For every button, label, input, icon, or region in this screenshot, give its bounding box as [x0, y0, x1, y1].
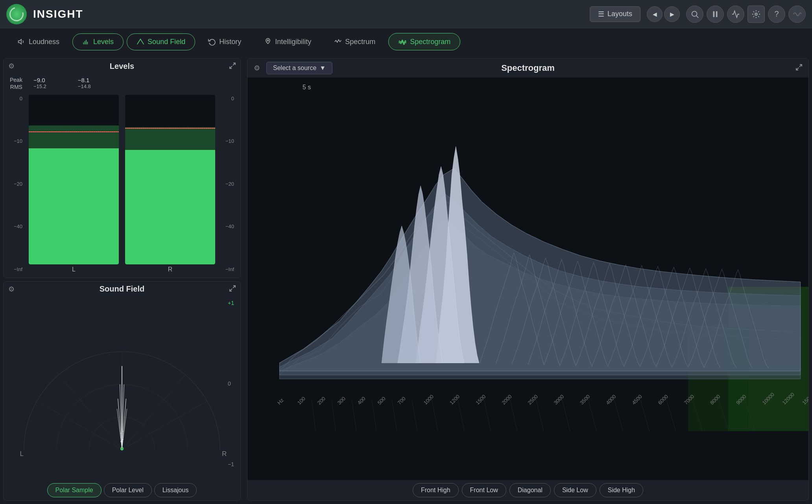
tab-intelligibility-label: Intelligibility — [275, 38, 311, 46]
svg-line-1 — [696, 16, 698, 18]
left-scale: 0 −10 −20 −40 −Inf — [10, 95, 22, 273]
channel-values: −9.0 −15.2 −8.1 −14.8 — [33, 77, 91, 90]
spectrogram-header-inner: ⚙ Select a source ▼ Spectrogram — [254, 62, 802, 74]
l-meter — [29, 95, 119, 264]
tab-intelligibility[interactable]: Intelligibility — [254, 33, 321, 50]
tab-soundfield-label: Sound Field — [148, 38, 185, 46]
spectrogram-svg: Hz 100 200 300 400 500 700 1000 1200 150… — [247, 78, 808, 480]
polar-level-button[interactable]: Polar Level — [104, 483, 152, 497]
spectrogram-settings-icon[interactable]: ⚙ — [254, 64, 260, 72]
rms-label: RMS — [10, 84, 22, 90]
right-scale: 0 −10 −20 −40 −Inf — [221, 95, 234, 273]
activity-button[interactable] — [727, 6, 744, 23]
peak-rms-section: Peak RMS −9.0 −15.2 −8.1 −14.8 — [10, 77, 234, 90]
nav-arrows: ◀ ▶ — [647, 6, 680, 22]
svg-text:L: L — [20, 450, 24, 457]
r-peak-value: −8.1 — [78, 77, 91, 83]
right-panel: ⚙ Select a source ▼ Spectrogram — [244, 55, 812, 504]
l-rms-line — [29, 148, 119, 149]
history-icon — [208, 38, 216, 46]
soundfield-expand-icon[interactable] — [229, 285, 236, 293]
time-label: 5 s — [303, 84, 311, 91]
l-channel-label: L — [72, 266, 76, 273]
polar-sample-button[interactable]: Polar Sample — [47, 483, 102, 497]
levels-title: Levels — [110, 62, 134, 71]
wave-icon — [793, 10, 801, 18]
r-green-fill — [125, 151, 215, 264]
layouts-button[interactable]: ☰ Layouts — [590, 6, 640, 22]
l-dark-fill — [29, 126, 119, 149]
soundfield-header: ⚙ Sound Field — [4, 282, 240, 297]
svg-line-18 — [57, 372, 122, 449]
side-low-button[interactable]: Side Low — [554, 483, 596, 497]
svg-point-28 — [120, 441, 122, 442]
l-rms-value: −15.2 — [33, 83, 46, 89]
svg-point-29 — [122, 439, 124, 440]
tab-levels[interactable]: Levels — [72, 33, 124, 50]
tab-history[interactable]: History — [198, 33, 251, 50]
tab-spectrum[interactable]: Spectrum — [324, 33, 385, 50]
search-icon — [690, 10, 699, 18]
r-channel-label: R — [168, 266, 173, 273]
l-green-fill — [29, 149, 119, 264]
diagonal-button[interactable]: Diagonal — [509, 483, 551, 497]
svg-marker-5 — [18, 39, 22, 44]
svg-point-30 — [120, 433, 121, 434]
help-icon: ? — [774, 9, 779, 18]
svg-rect-2 — [713, 11, 715, 17]
spectrogram-expand-icon[interactable] — [796, 64, 802, 72]
pause-button[interactable] — [707, 6, 724, 23]
svg-point-32 — [120, 447, 124, 450]
levels-panel: ⚙ Levels Peak RMS — [3, 58, 241, 278]
svg-line-17 — [122, 401, 208, 450]
source-select[interactable]: Select a source ▼ — [266, 62, 332, 74]
layouts-menu-icon: ☰ — [598, 10, 604, 18]
tab-soundfield[interactable]: Sound Field — [127, 33, 195, 50]
prev-arrow[interactable]: ◀ — [647, 6, 663, 22]
side-high-button[interactable]: Side High — [600, 483, 643, 497]
r-values: −8.1 −14.8 — [78, 77, 91, 90]
r-rms-value: −14.8 — [78, 83, 91, 89]
logo-icon — [7, 4, 26, 24]
spectrogram-icon — [398, 37, 407, 46]
r-meter — [125, 95, 215, 264]
svg-text:R: R — [222, 450, 227, 457]
settings-button[interactable] — [747, 6, 765, 23]
extra-button[interactable] — [788, 6, 806, 23]
levels-expand-icon[interactable] — [229, 63, 236, 70]
tab-spectrogram[interactable]: Spectrogram — [388, 33, 460, 50]
soundfield-scale: +1 0 −1 — [228, 297, 234, 480]
pause-icon — [711, 10, 720, 18]
front-low-button[interactable]: Front Low — [462, 483, 506, 497]
spectrogram-area: 5 s — [247, 78, 808, 480]
search-button[interactable] — [686, 6, 703, 23]
soundfield-buttons: Polar Sample Polar Level Lissajous — [4, 480, 240, 500]
gear-icon — [752, 10, 760, 18]
soundfield-settings-icon[interactable]: ⚙ — [8, 285, 15, 294]
spectrogram-title: Spectrogram — [501, 63, 555, 73]
levels-meters: 0 −10 −20 −40 −Inf — [10, 95, 234, 273]
r-dark-fill — [125, 127, 215, 151]
header-controls: ? — [686, 6, 806, 23]
soundfield-title: Sound Field — [100, 284, 144, 294]
layouts-label: Layouts — [607, 10, 632, 18]
soundfield-icon — [137, 38, 144, 46]
tab-loudness-label: Loudness — [29, 38, 59, 46]
l-peak-value: −9.0 — [33, 77, 46, 83]
r-rms-line — [125, 150, 215, 151]
svg-point-4 — [755, 13, 757, 15]
lissajous-button[interactable]: Lissajous — [154, 483, 197, 497]
tab-spectrum-label: Spectrum — [345, 38, 375, 46]
next-arrow[interactable]: ▶ — [664, 6, 680, 22]
levels-settings-icon[interactable]: ⚙ — [8, 62, 15, 70]
tab-loudness[interactable]: Loudness — [8, 33, 69, 50]
help-button[interactable]: ? — [768, 6, 785, 23]
levels-header: ⚙ Levels — [4, 59, 240, 74]
peak-rms-labels: Peak RMS — [10, 77, 22, 90]
tab-spectrogram-label: Spectrogram — [410, 38, 450, 46]
front-high-button[interactable]: Front High — [413, 483, 459, 497]
activity-icon — [731, 10, 740, 18]
l-meter-col: L — [29, 95, 119, 273]
nav-tabs: Loudness Levels Sound Field History Inte… — [0, 28, 812, 55]
tab-levels-label: Levels — [93, 38, 114, 46]
